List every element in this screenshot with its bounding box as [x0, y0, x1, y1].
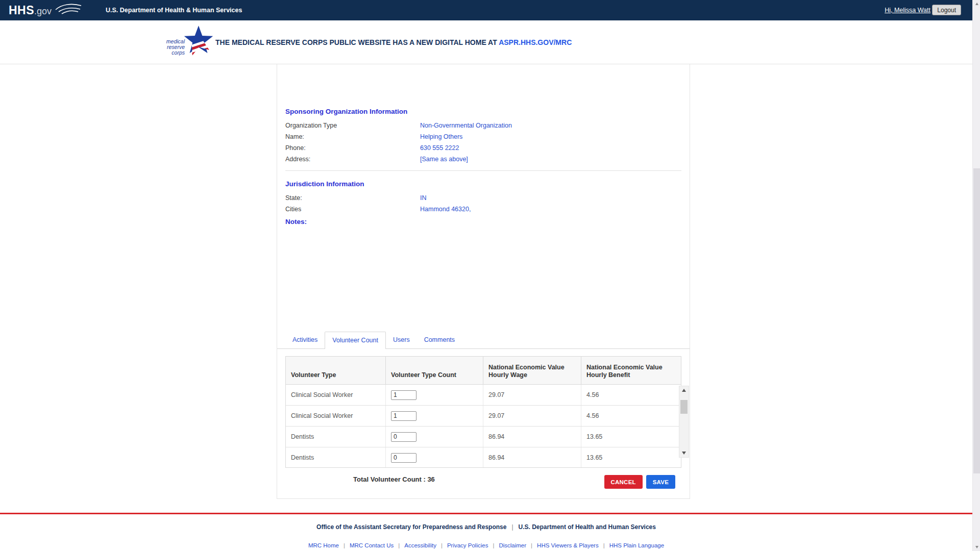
benefit-cell: 13.65: [581, 427, 681, 447]
detail-tabbar: Activities Volunteer Count Users Comment…: [277, 332, 690, 349]
benefit-cell: 4.56: [581, 385, 681, 405]
footer-link-separator: |: [493, 542, 494, 548]
total-volunteer-count: Total Volunteer Count : 36: [353, 475, 435, 483]
footer-aspr-text: Office of the Assistant Secretary for Pr…: [316, 523, 506, 531]
count-cell: [385, 427, 483, 447]
org-type-row: Organization Type Non-Governmental Organ…: [285, 122, 681, 131]
wage-cell: 86.94: [483, 447, 581, 468]
user-greeting-link[interactable]: Hi, Melissa Watt: [885, 7, 930, 14]
footer-links: MRC Home|MRC Contact Us|Accessibility|Pr…: [0, 542, 972, 548]
org-address-value: [Same as above]: [420, 156, 468, 163]
hhs-eagle-icon: [55, 2, 82, 18]
jurisdiction-section-title: Jurisdiction Information: [285, 180, 364, 188]
org-phone-value: 630 555 2222: [420, 144, 459, 152]
notes-section-title: Notes:: [285, 218, 307, 226]
table-header-row: Volunteer Type Volunteer Type Count Nati…: [285, 356, 681, 385]
org-type-value: Non-Governmental Organization: [420, 122, 512, 129]
footer-separator: |: [511, 523, 513, 531]
count-input[interactable]: [391, 411, 416, 421]
org-phone-label: Phone:: [285, 144, 306, 152]
org-info-section-title: Sponsoring Organization Information: [285, 108, 407, 115]
browser-scrollbar-thumb[interactable]: [973, 168, 980, 473]
volunteer-type-cell: Dentists: [286, 427, 385, 447]
section-divider: [285, 170, 681, 171]
volunteer-count-table: Volunteer Type Volunteer Type Count Nati…: [285, 356, 681, 468]
cities-label: Cities: [285, 206, 301, 213]
footer-link-separator: |: [344, 542, 345, 548]
cancel-button[interactable]: CANCEL: [604, 475, 643, 489]
mrc-star-icon: [183, 26, 214, 58]
form-actions: CANCEL SAVE: [604, 475, 675, 489]
col-hourly-wage: National Economic Value Hourly Wage: [483, 357, 581, 384]
org-phone-row: Phone: 630 555 2222: [285, 144, 681, 154]
volunteer-type-cell: Clinical Social Worker: [286, 385, 385, 405]
state-value: IN: [420, 194, 427, 202]
scroll-up-icon[interactable]: [679, 386, 689, 394]
footer-link-plain-language[interactable]: HHS Plain Language: [609, 542, 664, 548]
scroll-down-icon[interactable]: [679, 449, 689, 457]
footer-link-mrc-contact[interactable]: MRC Contact Us: [350, 542, 394, 548]
save-button[interactable]: SAVE: [646, 475, 675, 489]
browser-scroll-down-icon[interactable]: [973, 543, 980, 551]
browser-scrollbar[interactable]: [972, 0, 980, 551]
footer-link-separator: |: [531, 542, 532, 548]
org-name-value: Helping Others: [420, 133, 462, 140]
logout-button[interactable]: Logout: [932, 5, 961, 15]
table-scrollbar[interactable]: [679, 386, 689, 458]
footer-link-separator: |: [398, 542, 400, 548]
mrc-banner: medical reserve corps THE: [0, 20, 972, 64]
count-cell: [385, 406, 483, 426]
cities-row: Cities Hammond 46320,: [285, 206, 681, 215]
col-volunteer-type-count: Volunteer Type Count: [385, 357, 483, 384]
banner-message: THE MEDICAL RESERVE CORPS PUBLIC WEBSITE…: [215, 38, 572, 46]
state-label: State:: [285, 194, 302, 202]
footer-link-separator: |: [603, 542, 605, 548]
tab-volunteer-count[interactable]: Volunteer Count: [325, 332, 386, 349]
tab-activities[interactable]: Activities: [285, 332, 325, 348]
table-row: Dentists 86.94 13.65: [286, 427, 681, 447]
tab-comments[interactable]: Comments: [417, 332, 462, 348]
count-input[interactable]: [391, 453, 416, 463]
footer-link-viewers[interactable]: HHS Viewers & Players: [537, 542, 599, 548]
table-scrollbar-thumb[interactable]: [680, 400, 688, 414]
table-row: Clinical Social Worker 29.07 4.56: [286, 385, 681, 406]
table-row: Clinical Social Worker 29.07 4.56: [286, 406, 681, 427]
hhs-logo[interactable]: HHS.gov: [9, 0, 82, 20]
table-row: Dentists 86.94 13.65: [286, 447, 681, 468]
footer-link-accessibility[interactable]: Accessibility: [404, 542, 436, 548]
cities-value: Hammond 46320,: [420, 206, 471, 213]
footer-link-disclaimer[interactable]: Disclaimer: [499, 542, 526, 548]
count-input[interactable]: [391, 390, 416, 400]
org-address-label: Address:: [285, 156, 310, 163]
table-body: Clinical Social Worker 29.07 4.56 Clinic…: [285, 385, 681, 468]
volunteer-type-cell: Dentists: [286, 447, 385, 468]
wage-cell: 29.07: [483, 406, 581, 426]
footer-hhs-text: U.S. Department of Health and Human Serv…: [519, 523, 656, 531]
benefit-cell: 13.65: [581, 447, 681, 468]
count-cell: [385, 385, 483, 405]
footer-org-line: Office of the Assistant Secretary for Pr…: [0, 523, 972, 531]
footer-link-separator: |: [441, 542, 443, 548]
footer-link-mrc-home[interactable]: MRC Home: [308, 542, 339, 548]
mrc-logo: medical reserve corps: [159, 24, 216, 61]
browser-scroll-up-icon[interactable]: [973, 0, 980, 8]
col-volunteer-type: Volunteer Type: [286, 357, 385, 384]
count-input[interactable]: [391, 432, 416, 442]
org-name-label: Name:: [285, 133, 304, 140]
footer-red-rule: [0, 513, 972, 514]
wage-cell: 29.07: [483, 385, 581, 405]
hhs-top-bar: HHS.gov U.S. Department of Health & Huma…: [0, 0, 972, 20]
org-type-label: Organization Type: [285, 122, 337, 129]
aspr-mrc-link[interactable]: ASPR.HHS.GOV/MRC: [499, 38, 572, 46]
org-name-row: Name: Helping Others: [285, 133, 681, 142]
org-address-row: Address: [Same as above]: [285, 156, 681, 165]
hhs-logo-text: HHS.gov: [9, 4, 52, 17]
tab-users[interactable]: Users: [386, 332, 417, 348]
state-row: State: IN: [285, 194, 681, 204]
mrc-logo-text: medical reserve corps: [159, 39, 185, 56]
footer-link-privacy[interactable]: Privacy Policies: [447, 542, 488, 548]
count-cell: [385, 447, 483, 468]
volunteer-type-cell: Clinical Social Worker: [286, 406, 385, 426]
wage-cell: 86.94: [483, 427, 581, 447]
department-title: U.S. Department of Health & Human Servic…: [106, 7, 242, 14]
